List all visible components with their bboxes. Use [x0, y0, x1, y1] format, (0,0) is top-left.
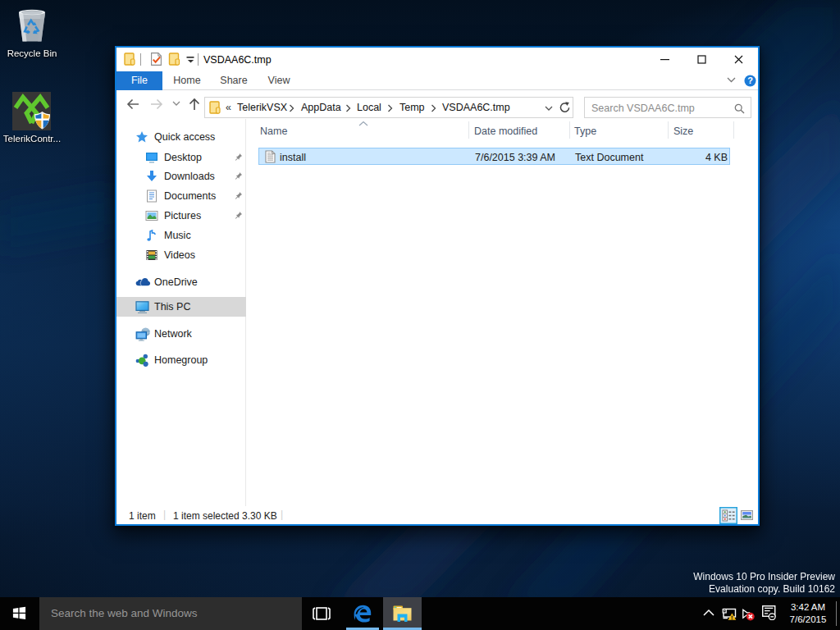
svg-text:?: ?	[747, 75, 753, 85]
